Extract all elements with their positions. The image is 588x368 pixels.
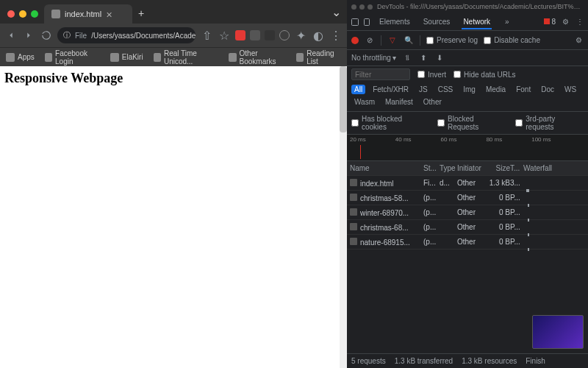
search-icon[interactable]: 🔍 bbox=[404, 35, 414, 46]
tab-dropdown-icon[interactable]: ⌄ bbox=[326, 5, 347, 24]
invert-checkbox[interactable]: Invert bbox=[417, 71, 446, 79]
devtools-tabbar: Elements Sources Network » 8 ⚙ ⋮ bbox=[347, 13, 588, 31]
url-field[interactable]: ⓘ File /Users/yasas/Documents/Academic/L… bbox=[57, 27, 196, 43]
col-initiator[interactable]: Initiator bbox=[457, 164, 485, 172]
devtools-titlebar: DevTools - file:///Users/yasas/Documents… bbox=[347, 0, 588, 13]
bookmark-item[interactable]: ElaKiri bbox=[110, 53, 143, 62]
menu-kebab-icon[interactable]: ⋮ bbox=[329, 29, 343, 42]
clear-icon[interactable]: ⊘ bbox=[365, 35, 375, 46]
col-time[interactable]: T... bbox=[510, 164, 523, 172]
bookmark-item[interactable]: Real Time Unicod... bbox=[154, 49, 219, 66]
gear-icon[interactable]: ⚙ bbox=[573, 35, 584, 46]
checkbox-label: Disable cache bbox=[494, 36, 540, 44]
disable-cache-checkbox[interactable]: Disable cache bbox=[484, 36, 540, 44]
timeline-overview[interactable]: 20 ms40 ms60 ms80 ms100 ms bbox=[347, 135, 588, 161]
errors-badge[interactable]: 8 bbox=[544, 18, 556, 26]
maximize-window-icon[interactable] bbox=[31, 10, 38, 18]
extension-icon[interactable] bbox=[279, 30, 290, 40]
inspect-icon[interactable] bbox=[350, 17, 360, 27]
dot-icon bbox=[359, 4, 365, 10]
back-button[interactable] bbox=[4, 29, 18, 42]
type-filter-fetchxhr[interactable]: Fetch/XHR bbox=[370, 85, 412, 94]
type-filter-manifest[interactable]: Manifest bbox=[382, 97, 416, 107]
window-traffic-lights bbox=[4, 10, 44, 24]
request-type-filters: AllFetch/XHRJSCSSImgMediaFontDocWSWasmMa… bbox=[347, 82, 588, 112]
table-row[interactable]: winter-68970...(p...Other0 BP... bbox=[347, 205, 588, 220]
col-size[interactable]: Size bbox=[485, 164, 510, 172]
kebab-icon[interactable]: ⋮ bbox=[575, 17, 585, 27]
blocked-requests-checkbox[interactable]: Blocked Requests bbox=[437, 115, 505, 131]
upload-icon[interactable]: ⬆ bbox=[418, 53, 429, 63]
file-icon bbox=[350, 223, 357, 230]
col-waterfall[interactable]: Waterfall bbox=[523, 164, 585, 172]
type-filter-media[interactable]: Media bbox=[483, 85, 509, 94]
download-icon[interactable]: ⬇ bbox=[434, 53, 445, 63]
table-row[interactable]: christmas-58...(p...Other0 BP... bbox=[347, 191, 588, 205]
type-filter-all[interactable]: All bbox=[351, 85, 365, 94]
bookmark-item[interactable]: Facebook Login bbox=[45, 49, 100, 66]
type-filter-img[interactable]: Img bbox=[460, 85, 478, 94]
type-filter-other[interactable]: Other bbox=[420, 97, 445, 107]
col-type[interactable]: Type bbox=[440, 164, 457, 172]
file-icon bbox=[350, 238, 357, 245]
timeline-tick: 40 ms bbox=[395, 136, 412, 143]
url-scheme: File bbox=[75, 32, 87, 40]
scrollbar[interactable] bbox=[340, 66, 347, 368]
type-filter-wasm[interactable]: Wasm bbox=[351, 97, 378, 107]
share-icon[interactable]: ⇧ bbox=[200, 29, 213, 42]
reading-list[interactable]: Reading List bbox=[296, 49, 341, 66]
filter-toggle-icon[interactable]: ▽ bbox=[387, 35, 398, 46]
error-icon bbox=[544, 18, 550, 24]
bookmark-icon bbox=[154, 53, 161, 62]
other-bookmarks[interactable]: Other Bookmarks bbox=[229, 49, 287, 66]
device-toggle-icon[interactable] bbox=[362, 17, 372, 27]
table-row[interactable]: index.htmlFi...d...Other1.3 kB3... bbox=[347, 176, 588, 191]
tab-sources[interactable]: Sources bbox=[417, 15, 456, 29]
apps-shortcut[interactable]: Apps bbox=[6, 53, 35, 62]
thirdparty-checkbox[interactable]: 3rd-party requests bbox=[515, 115, 584, 131]
close-window-icon[interactable] bbox=[7, 10, 15, 18]
tab-network[interactable]: Network bbox=[457, 15, 496, 29]
type-filter-js[interactable]: JS bbox=[416, 85, 431, 94]
bookmark-label: ElaKiri bbox=[122, 53, 143, 61]
extensions-puzzle-icon[interactable]: ✦ bbox=[294, 29, 307, 42]
table-row[interactable]: nature-68915...(p...Other0 BP... bbox=[347, 235, 588, 250]
type-filter-doc[interactable]: Doc bbox=[538, 85, 557, 94]
tab-elements[interactable]: Elements bbox=[373, 15, 416, 29]
divider bbox=[420, 35, 420, 46]
forward-button[interactable] bbox=[22, 29, 35, 42]
extension-icon[interactable] bbox=[265, 30, 275, 40]
extension-icon[interactable] bbox=[235, 30, 245, 40]
type-filter-font[interactable]: Font bbox=[513, 85, 534, 94]
extension-icon[interactable] bbox=[250, 30, 260, 40]
close-tab-icon[interactable]: ✕ bbox=[106, 10, 113, 18]
svg-rect-1 bbox=[365, 18, 370, 25]
gear-icon[interactable]: ⚙ bbox=[560, 17, 570, 27]
wifi-icon[interactable]: ⥮ bbox=[402, 53, 412, 63]
profile-icon[interactable]: ◐ bbox=[312, 29, 325, 42]
filter-input[interactable] bbox=[351, 68, 410, 80]
minimize-window-icon[interactable] bbox=[19, 10, 26, 18]
type-filter-css[interactable]: CSS bbox=[435, 85, 456, 94]
reload-button[interactable] bbox=[40, 29, 53, 42]
new-tab-button[interactable]: + bbox=[132, 7, 150, 24]
folder-icon bbox=[229, 53, 236, 62]
col-name[interactable]: Name bbox=[350, 164, 423, 172]
type-filter-ws[interactable]: WS bbox=[562, 85, 579, 94]
tab-overflow[interactable]: » bbox=[499, 15, 515, 29]
record-button[interactable] bbox=[351, 37, 359, 44]
col-status[interactable]: St... bbox=[423, 164, 440, 172]
url-path: /Users/yasas/Documents/Academic/Lectures… bbox=[91, 32, 196, 40]
hide-dataurls-checkbox[interactable]: Hide data URLs bbox=[453, 71, 516, 79]
scroll-thumb[interactable] bbox=[340, 66, 347, 132]
blocked-cookies-checkbox[interactable]: Has blocked cookies bbox=[351, 115, 427, 131]
timeline-tick: 80 ms bbox=[486, 136, 502, 143]
checkbox-label: Hide data URLs bbox=[464, 71, 516, 79]
star-icon[interactable]: ☆ bbox=[218, 29, 231, 42]
browser-tab[interactable]: index.html ✕ bbox=[44, 4, 132, 24]
picture-in-picture-thumbnail[interactable] bbox=[532, 315, 584, 349]
table-row[interactable]: christmas-68...(p...Other0 BP... bbox=[347, 220, 588, 235]
bookmark-label: Real Time Unicod... bbox=[164, 49, 219, 66]
throttle-select[interactable]: No throttling▾ bbox=[351, 54, 396, 62]
preserve-log-checkbox[interactable]: Preserve log bbox=[426, 36, 478, 44]
